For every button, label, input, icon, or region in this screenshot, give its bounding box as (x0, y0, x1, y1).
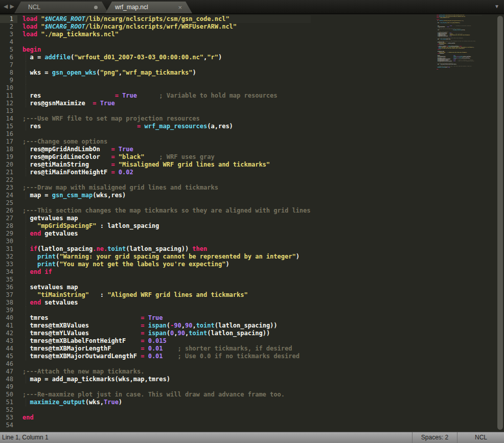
code-line[interactable]: tmres@tmXBMajorOutwardLengthF = 0.01 ; U… (22, 353, 311, 360)
gutter-line-number[interactable]: 45 (0, 353, 17, 360)
gutter-line-number[interactable]: 34 (0, 268, 17, 276)
tab-wrf-map-ncl[interactable]: wrf_map.ncl × (105, 2, 192, 13)
gutter-line-number[interactable]: 32 (0, 253, 17, 261)
gutter-line-number[interactable]: 48 (0, 376, 17, 383)
code-editor[interactable]: 1234567891011121314151617181920212223242… (0, 14, 504, 432)
gutter-line-number[interactable]: 50 (0, 391, 17, 399)
code-line[interactable]: begin (22, 46, 311, 54)
code-line[interactable] (22, 406, 311, 414)
gutter-line-number[interactable]: 29 (0, 230, 17, 238)
gutter-line-number[interactable]: 18 (0, 146, 17, 153)
gutter-line-number[interactable]: 52 (0, 406, 17, 414)
gutter-line-number[interactable]: 13 (0, 107, 17, 115)
code-line[interactable]: ;---Use WRF file to set map projection r… (22, 115, 311, 123)
gutter-line-number[interactable]: 53 (0, 414, 17, 422)
code-line[interactable]: res = True ; Variable to hold map resour… (22, 92, 311, 100)
code-line[interactable]: maximize_output(wks,True) (22, 399, 311, 406)
code-line[interactable]: res@mpGridAndLimbOn = True (22, 146, 311, 153)
gutter-line-number[interactable]: 43 (0, 337, 17, 345)
code-line[interactable]: if(latlon_spacing.ne.toint(latlon_spacin… (22, 245, 311, 253)
code-line[interactable]: getvalues map (22, 215, 311, 222)
gutter-line-number[interactable]: 36 (0, 284, 17, 291)
code-line[interactable] (437, 69, 482, 71)
syntax-indicator[interactable]: NCL (457, 432, 504, 443)
gutter-line-number[interactable]: 46 (0, 360, 17, 368)
gutter-line-number[interactable]: 12 (0, 100, 17, 107)
minimap[interactable]: load "$NCARG_ROOT/lib/ncarg/nclscripts/c… (437, 15, 484, 76)
code-line[interactable] (22, 383, 311, 391)
gutter-line-number[interactable]: 22 (0, 176, 17, 184)
code-line[interactable] (22, 61, 311, 69)
code-line[interactable]: print("Warning: your grid spacing cannot… (22, 253, 311, 261)
code-line[interactable]: ;---Re-maxmize plot just in case. This w… (22, 391, 311, 399)
gutter-line-number[interactable]: 31 (0, 245, 17, 253)
code-line[interactable]: map = gsn_csm_map(wks,res) (22, 192, 311, 199)
code-line[interactable] (22, 422, 311, 429)
code-line[interactable]: end setvalues (22, 299, 311, 307)
gutter-line-number[interactable]: 3 (0, 31, 17, 38)
code-line[interactable] (22, 84, 311, 92)
gutter-line-number[interactable]: 10 (0, 84, 17, 92)
gutter-line-number[interactable]: 47 (0, 368, 17, 376)
gutter-line-number[interactable]: 44 (0, 345, 17, 353)
indent-indicator[interactable]: Spaces: 2 (412, 432, 457, 443)
nav-forward-icon[interactable]: ▶ (10, 3, 16, 9)
code-line[interactable]: tmres@tmXBLabelFontHeightF = 0.015 (22, 337, 311, 345)
gutter-line-number[interactable]: 21 (0, 169, 17, 176)
code-line[interactable]: tmres = True (22, 314, 311, 322)
code-line[interactable]: load "$NCARG_ROOT/lib/ncarg/nclscripts/c… (22, 15, 311, 23)
gutter-line-number[interactable]: 9 (0, 77, 17, 84)
gutter-line-number[interactable]: 24 (0, 192, 17, 199)
gutter-line-number[interactable]: 26 (0, 207, 17, 215)
code-line[interactable]: map = add_map_tickmarks(wks,map,tmres) (22, 376, 311, 383)
code-line[interactable]: ;---Attach the new map tickmarks. (22, 368, 311, 376)
gutter-line-number[interactable]: 19 (0, 153, 17, 161)
code-line[interactable]: tmres@tmXBValues = ispan(-90,90,toint(la… (22, 322, 311, 330)
gutter-line-number[interactable]: 27 (0, 215, 17, 222)
gutter-line-number[interactable]: 28 (0, 222, 17, 230)
gutter-line-number[interactable]: 54 (0, 422, 17, 429)
gutter-line-number[interactable]: 33 (0, 261, 17, 268)
code-line[interactable]: "mpGridSpacingF" : latlon_spacing (22, 222, 311, 230)
gutter-line-number[interactable]: 23 (0, 184, 17, 192)
gutter-line-number[interactable]: 17 (0, 138, 17, 146)
code-line[interactable]: ;---Change some options (22, 138, 311, 146)
code-line[interactable]: end getvalues (22, 230, 311, 238)
code-line[interactable]: "tiMainString" : "Aligned WRF grid lines… (22, 291, 311, 299)
gutter-line-number[interactable]: 4 (0, 38, 17, 46)
code-line[interactable] (22, 176, 311, 184)
code-line[interactable]: print("You may not get the labels you're… (22, 261, 311, 268)
tab-ncl[interactable]: NCL (14, 2, 108, 13)
gutter-line-number[interactable]: 14 (0, 115, 17, 123)
code-line[interactable]: ;---Draw map with misaligned grid lines … (22, 184, 311, 192)
gutter-line-number[interactable]: 40 (0, 314, 17, 322)
close-icon[interactable]: × (178, 2, 182, 13)
gutter-line-number[interactable]: 1 (0, 15, 17, 23)
code-line[interactable]: tmres@tmYLValues = ispan(0,90,toint(latl… (22, 330, 311, 337)
code-line[interactable] (22, 199, 311, 207)
code-line[interactable]: load "./map_tickmarks.ncl" (22, 31, 311, 38)
gutter-line-number[interactable]: 25 (0, 199, 17, 207)
code-line[interactable]: res@gsnMaximize = True (22, 100, 311, 107)
scrollbar-thumb[interactable] (497, 16, 503, 430)
code-line[interactable] (22, 307, 311, 314)
gutter-line-number[interactable]: 20 (0, 161, 17, 169)
code-line[interactable]: setvalues map (22, 284, 311, 291)
code-line[interactable]: res@tiMainString = "Misaligned WRF grid … (22, 161, 311, 169)
code-line[interactable]: res@mpGridLineColor = "black" ; WRF uses… (22, 153, 311, 161)
code-line[interactable]: res@tiMainFontHeightF = 0.02 (22, 169, 311, 176)
gutter-line-number[interactable]: 30 (0, 238, 17, 245)
code-line[interactable]: end if (22, 268, 311, 276)
code-line[interactable]: res = wrf_map_resources(a,res) (22, 123, 311, 130)
code-line[interactable]: tmres@tmXBMajorLengthF = 0.01 ; shorter … (22, 345, 311, 353)
gutter-line-number[interactable]: 5 (0, 46, 17, 54)
code-line[interactable] (22, 276, 311, 284)
gutter-line-number[interactable]: 7 (0, 61, 17, 69)
gutter-line-number[interactable]: 41 (0, 322, 17, 330)
gutter-line-number[interactable]: 38 (0, 299, 17, 307)
code-line[interactable] (22, 77, 311, 84)
gutter-line-number[interactable]: 39 (0, 307, 17, 314)
scrollbar-track[interactable] (496, 14, 504, 432)
code-line[interactable] (22, 360, 311, 368)
gutter-line-number[interactable]: 11 (0, 92, 17, 100)
